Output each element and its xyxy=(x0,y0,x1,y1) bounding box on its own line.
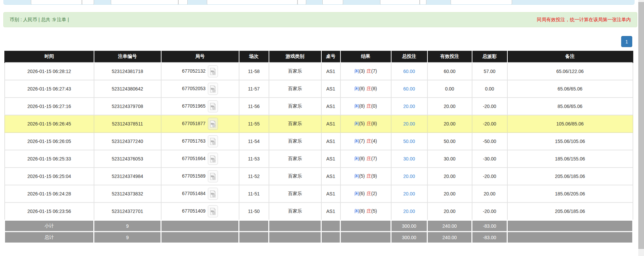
table-row[interactable]: 2026-01-15 06:24:28523124373832677051484… xyxy=(5,185,633,203)
cell-payout: -30.00 xyxy=(472,150,507,168)
player-score: (8) xyxy=(359,156,365,161)
total-bet-link[interactable]: 20.00 xyxy=(403,174,415,179)
table-row[interactable]: 2026-01-15 06:26:05523124377240677051763… xyxy=(5,133,633,150)
cell-total-bet[interactable]: 50.00 xyxy=(391,133,427,150)
banker-result: 庄 xyxy=(367,208,371,214)
player-result: 闲 xyxy=(354,156,359,161)
cell-result: 闲(5)庄(9) xyxy=(340,168,391,185)
video-playback-button[interactable] xyxy=(208,205,218,217)
video-playback-button[interactable] xyxy=(208,135,218,147)
table-row[interactable]: 2026-01-15 06:26:45523124378511677051877… xyxy=(5,115,633,133)
table-row[interactable]: 2026-01-15 06:25:04523124374984677051589… xyxy=(5,168,633,185)
filter-input-sliver[interactable] xyxy=(380,0,420,5)
filter-input-sliver[interactable] xyxy=(207,0,297,5)
cell-total-bet[interactable]: 30.00 xyxy=(391,150,427,168)
cell-total-bet[interactable]: 20.00 xyxy=(391,115,427,133)
table-row[interactable]: 2026-01-15 06:25:33523124376053677051664… xyxy=(5,150,633,168)
filter-input-sliver[interactable] xyxy=(111,0,178,5)
cell-valid-bet: 20.00 xyxy=(427,98,472,115)
total-bet-link[interactable]: 20.00 xyxy=(403,104,415,109)
same-round-note: 同局有效投注，统一计算在该局第一张注单内 xyxy=(537,17,631,23)
header-row: 时间注单编号局号场次游戏类别桌号结果总投注有效投注总派彩备注 xyxy=(5,51,633,63)
page-1-button[interactable]: 1 xyxy=(621,36,632,47)
round-number: 677051763 xyxy=(182,138,205,144)
video-playback-icon xyxy=(210,155,216,163)
cell-total-bet[interactable]: 60.00 xyxy=(391,63,427,80)
video-playback-button[interactable] xyxy=(208,153,218,165)
player-result: 闲 xyxy=(354,103,359,109)
cell-result: 闲(8)庄(0) xyxy=(340,98,391,115)
round-number: 677051965 xyxy=(182,103,205,109)
banker-score: (2) xyxy=(371,191,377,196)
video-playback-button[interactable] xyxy=(208,170,218,182)
total-bet-link[interactable]: 20.00 xyxy=(403,121,415,126)
filter-addon-sliver[interactable] xyxy=(178,0,188,5)
player-score: (6) xyxy=(359,191,365,196)
cell-result: 闲(8)庄(8) xyxy=(340,80,391,98)
filter-input-sliver[interactable] xyxy=(451,0,512,5)
table-row[interactable]: 2026-01-15 06:27:16523124379708677051965… xyxy=(5,98,633,115)
total-bet-link[interactable]: 60.00 xyxy=(403,86,415,92)
cell-valid-bet: 20.00 xyxy=(427,203,472,220)
pagination: 1 xyxy=(4,36,632,47)
cell-table-no: AS1 xyxy=(321,185,340,203)
cell-result: 闲(7)庄(4) xyxy=(340,133,391,150)
filter-input-sliver[interactable] xyxy=(31,0,82,5)
cell-time: 2026-01-15 06:25:04 xyxy=(5,168,94,185)
filter-addon-sliver[interactable] xyxy=(82,0,94,5)
filter-input-sliver[interactable] xyxy=(322,0,343,5)
cell-bet-id: 523124374984 xyxy=(94,168,161,185)
cell-payout: 0.00 xyxy=(472,80,507,98)
scrollbar-thumb[interactable] xyxy=(638,2,644,249)
total-bet-link[interactable]: 20.00 xyxy=(403,191,415,196)
video-playback-button[interactable] xyxy=(208,100,218,112)
col-header-table_no: 桌号 xyxy=(321,51,340,63)
filter-addon-sliver[interactable] xyxy=(420,0,426,5)
cell-round-id: 677051965 xyxy=(161,98,239,115)
currency-count-text: 币别 : 人民币 | 总共 :9 注单 | xyxy=(10,17,69,23)
vertical-scrollbar[interactable] xyxy=(638,0,644,256)
cell-time: 2026-01-15 06:25:33 xyxy=(5,150,94,168)
summary-valid-bet: 240.00 xyxy=(427,232,472,243)
cell-total-bet[interactable]: 20.00 xyxy=(391,185,427,203)
video-playback-icon xyxy=(210,103,216,110)
player-score: (5) xyxy=(359,121,365,126)
cell-payout: -20.00 xyxy=(472,115,507,133)
player-result: 闲 xyxy=(354,68,359,74)
cell-total-bet[interactable]: 20.00 xyxy=(391,203,427,220)
table-row[interactable]: 2026-01-15 06:27:43523124380642677052053… xyxy=(5,80,633,98)
cell-remark: 85.06/65.06 xyxy=(507,98,633,115)
cell-total-bet[interactable]: 60.00 xyxy=(391,80,427,98)
summary-label: 总计 xyxy=(5,232,94,243)
round-number: 677051409 xyxy=(182,208,205,214)
cell-game-type: 百家乐 xyxy=(269,203,321,220)
banker-result: 庄 xyxy=(367,103,371,109)
table-row[interactable]: 2026-01-15 06:23:56523124372701677051409… xyxy=(5,203,633,220)
cell-time: 2026-01-15 06:27:16 xyxy=(5,98,94,115)
cell-bet-id: 523124377240 xyxy=(94,133,161,150)
cell-total-bet[interactable]: 20.00 xyxy=(391,98,427,115)
round-number: 677051877 xyxy=(182,121,205,126)
video-playback-button[interactable] xyxy=(208,83,218,95)
table-row[interactable]: 2026-01-15 06:28:12523124381718677052132… xyxy=(5,63,633,80)
video-playback-button[interactable] xyxy=(208,65,218,77)
col-header-game_type: 游戏类别 xyxy=(269,51,321,63)
cell-total-bet[interactable]: 20.00 xyxy=(391,168,427,185)
cell-session: 11-50 xyxy=(239,203,269,220)
total-bet-link[interactable]: 20.00 xyxy=(403,209,415,214)
total-bet-link[interactable]: 60.00 xyxy=(403,69,415,74)
banker-score: (5) xyxy=(371,208,377,214)
filter-addon-sliver[interactable] xyxy=(297,0,306,5)
video-playback-button[interactable] xyxy=(208,188,218,200)
cell-result: 闲(5)庄(8) xyxy=(340,115,391,133)
summary-round xyxy=(161,232,239,243)
banker-result: 庄 xyxy=(367,86,371,91)
video-playback-icon xyxy=(210,120,216,128)
cell-session: 11-54 xyxy=(239,133,269,150)
cell-time: 2026-01-15 06:26:45 xyxy=(5,115,94,133)
cell-table-no: AS1 xyxy=(321,98,340,115)
round-number: 677051664 xyxy=(182,156,205,161)
video-playback-button[interactable] xyxy=(208,118,218,130)
total-bet-link[interactable]: 50.00 xyxy=(403,139,415,144)
total-bet-link[interactable]: 30.00 xyxy=(403,156,415,161)
